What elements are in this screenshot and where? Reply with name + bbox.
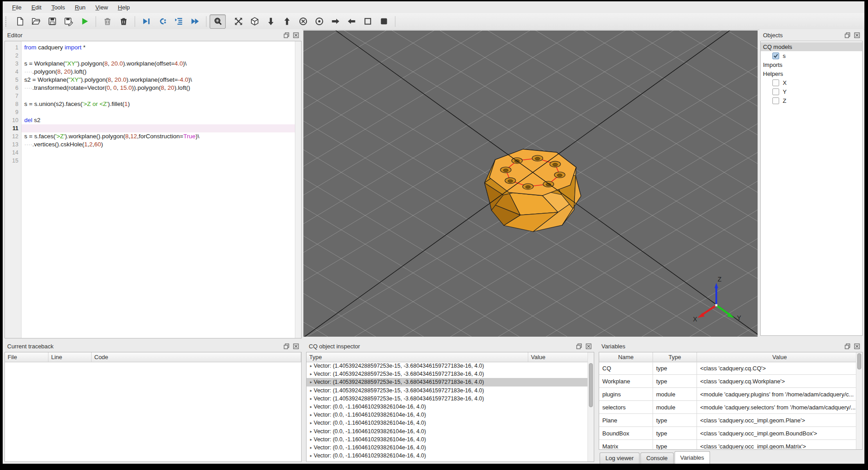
- objects-tree-x[interactable]: X: [761, 78, 862, 87]
- inspector-row[interactable]: ▸Vector: (0.0, -1.1604610293826104e-16, …: [307, 460, 588, 461]
- float-icon[interactable]: [283, 31, 290, 39]
- code-line[interactable]: del s2: [22, 116, 295, 124]
- code-line[interactable]: [22, 124, 295, 132]
- checked-checkbox[interactable]: [772, 53, 779, 59]
- inspector-row[interactable]: ▸Vector: (1.4053924288597253e-15, -3.680…: [307, 362, 588, 370]
- code-line[interactable]: [22, 108, 295, 116]
- column-header-type[interactable]: Type: [653, 352, 697, 362]
- iso-view-button[interactable]: [246, 14, 263, 29]
- unchecked-checkbox[interactable]: [772, 79, 779, 86]
- float-icon[interactable]: [575, 343, 583, 350]
- view-back-button[interactable]: [311, 14, 327, 29]
- column-header-name[interactable]: Name: [599, 352, 653, 362]
- expand-arrow-icon[interactable]: ▸: [308, 453, 314, 458]
- expand-arrow-icon[interactable]: ▸: [308, 364, 314, 368]
- tab-variables[interactable]: Variables: [675, 451, 710, 464]
- code-editor[interactable]: 123456789101112131415 from cadquery impo…: [4, 41, 302, 338]
- menu-tools[interactable]: Tools: [46, 3, 70, 12]
- variable-row-matrix[interactable]: Matrixtype<class 'cadquery.occ_impl.geom…: [599, 440, 856, 449]
- inspector-row[interactable]: ▸Vector: (1.4053924288597253e-15, -3.680…: [307, 370, 588, 378]
- code-line[interactable]: s2 = Workplane("XY").polygon(8, 20.0).wo…: [22, 76, 295, 84]
- code-line[interactable]: [22, 157, 295, 165]
- inspector-row[interactable]: ▸Vector: (0.0, -1.1604610293826104e-16, …: [307, 444, 588, 452]
- view-left-button[interactable]: [343, 14, 359, 29]
- view-persp-button[interactable]: [376, 14, 392, 29]
- expand-arrow-icon[interactable]: ▸: [308, 372, 314, 376]
- new-file-button[interactable]: [12, 14, 28, 29]
- column-header-type[interactable]: Type: [307, 352, 528, 362]
- view-bottom-button[interactable]: [263, 14, 279, 29]
- delete-object-button[interactable]: [99, 14, 115, 29]
- expand-arrow-icon[interactable]: ▸: [308, 421, 314, 425]
- variable-row-plugins[interactable]: pluginsmodule<module 'cadquery.plugins' …: [599, 388, 856, 401]
- variable-row-workplane[interactable]: Workplanetype<class 'cadquery.cq.Workpla…: [599, 375, 856, 388]
- save-as-button[interactable]: [60, 14, 76, 29]
- column-header-value[interactable]: Value: [528, 352, 594, 362]
- code-line[interactable]: [22, 52, 295, 60]
- inspector-row[interactable]: ▸Vector: (0.0, -1.1604610293826104e-16, …: [307, 452, 588, 460]
- code-line[interactable]: s = Workplane("XY").polygon(8, 20.0).wor…: [22, 60, 295, 68]
- code-line[interactable]: [22, 149, 295, 157]
- view-ortho-button[interactable]: [359, 14, 376, 29]
- column-header-value[interactable]: Value: [697, 352, 862, 362]
- close-icon[interactable]: [853, 31, 861, 39]
- inspector-row[interactable]: ▸Vector: (1.4053924288597253e-15, -3.680…: [307, 387, 588, 395]
- delete-all-button[interactable]: [115, 14, 132, 29]
- run-button[interactable]: [76, 14, 92, 29]
- expand-arrow-icon[interactable]: ▸: [308, 429, 314, 434]
- inspector-row[interactable]: ▸Vector: (0.0, -1.1604610293826104e-16, …: [307, 427, 588, 435]
- view-front-button[interactable]: [295, 14, 311, 29]
- inspector-row[interactable]: ▸Vector: (0.0, -1.1604610293826104e-16, …: [307, 435, 588, 444]
- close-icon[interactable]: [585, 343, 592, 350]
- step-in-button[interactable]: [171, 14, 187, 29]
- debug-button[interactable]: [138, 14, 154, 29]
- expand-arrow-icon[interactable]: ▸: [308, 404, 314, 409]
- menu-edit[interactable]: Edit: [26, 3, 46, 12]
- float-icon[interactable]: [283, 343, 290, 350]
- variable-row-plane[interactable]: Planetype<class 'cadquery.occ_impl.geom.…: [599, 414, 856, 427]
- close-icon[interactable]: [853, 343, 861, 350]
- close-icon[interactable]: [292, 31, 300, 39]
- variables-vertical-scrollbar[interactable]: [856, 352, 862, 449]
- column-header-code[interactable]: Code: [92, 352, 301, 362]
- inspector-row[interactable]: ▸Vector: (0.0, -1.1604610293826104e-16, …: [307, 419, 588, 427]
- expand-arrow-icon[interactable]: ▸: [308, 437, 314, 442]
- expand-arrow-icon[interactable]: ▸: [308, 445, 314, 450]
- step-button[interactable]: [154, 14, 171, 29]
- objects-tree-imports[interactable]: Imports: [761, 60, 862, 69]
- view-right-button[interactable]: [327, 14, 343, 29]
- objects-tree-helpers[interactable]: Helpers: [761, 69, 862, 78]
- column-header-file[interactable]: File: [5, 352, 48, 362]
- editor-code-area[interactable]: from cadquery import *s = Workplane("XY"…: [22, 41, 295, 338]
- scrollbar-thumb[interactable]: [589, 363, 593, 407]
- close-icon[interactable]: [292, 343, 300, 350]
- code-line[interactable]: s = s.union(s2).faces('>Z or <Z').fillet…: [22, 100, 295, 108]
- code-line[interactable]: s = s.faces('>Z').workplane().polygon(8,…: [22, 132, 295, 141]
- unchecked-checkbox[interactable]: [772, 88, 779, 95]
- float-icon[interactable]: [844, 343, 851, 350]
- variable-row-selectors[interactable]: selectorsmodule<module 'cadquery.selecto…: [599, 401, 856, 414]
- expand-arrow-icon[interactable]: ▸: [308, 413, 314, 417]
- 3d-viewport[interactable]: ZXY: [303, 31, 758, 337]
- inspector-vertical-scrollbar[interactable]: [587, 352, 594, 461]
- objects-tree-cq-models[interactable]: CQ models: [761, 42, 862, 51]
- inspector-row[interactable]: ▸Vector: (1.4053924288597253e-15, -3.680…: [307, 378, 588, 386]
- inspector-row[interactable]: ▸Vector: (0.0, -1.1604610293826104e-16, …: [307, 403, 588, 411]
- menu-view[interactable]: View: [91, 3, 113, 12]
- continue-button[interactable]: [187, 14, 203, 29]
- unchecked-checkbox[interactable]: [772, 97, 779, 104]
- scrollbar-thumb[interactable]: [857, 353, 861, 369]
- objects-tree-y[interactable]: Y: [761, 87, 862, 96]
- float-icon[interactable]: [844, 31, 851, 39]
- open-file-button[interactable]: [28, 14, 44, 29]
- code-line[interactable]: ····.transformed(rotate=Vector(0, 0, 15.…: [22, 84, 295, 92]
- inspector-row[interactable]: ▸Vector: (0.0, -1.1604610293826104e-16, …: [307, 411, 588, 419]
- code-line[interactable]: ····.polygon(8, 20).loft(): [22, 68, 295, 76]
- inspector-row[interactable]: ▸Vector: (1.4053924288597253e-15, -3.680…: [307, 395, 588, 403]
- objects-tree-z[interactable]: Z: [761, 96, 862, 105]
- column-header-line[interactable]: Line: [48, 352, 92, 362]
- variable-row-cq[interactable]: CQtype<class 'cadquery.cq.CQ'>: [599, 362, 856, 375]
- expand-arrow-icon[interactable]: ▸: [308, 380, 314, 384]
- objects-tree-s[interactable]: s: [761, 51, 862, 60]
- view-top-button[interactable]: [279, 14, 295, 29]
